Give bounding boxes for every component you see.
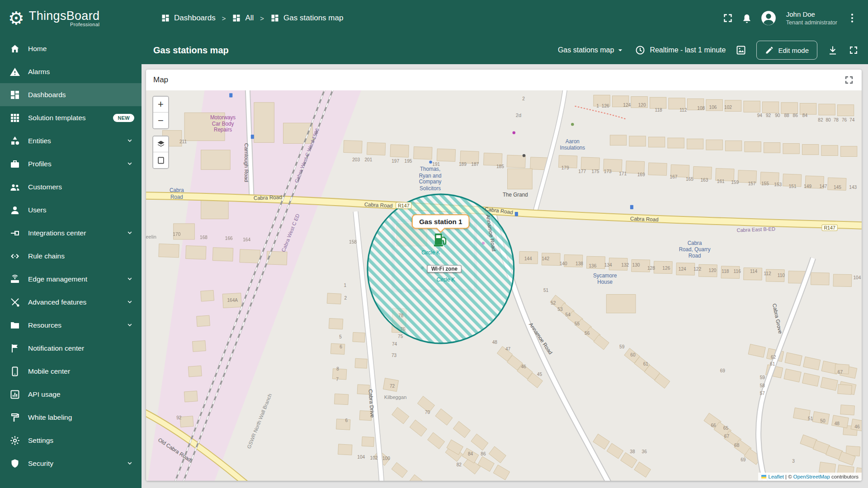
kebab-menu-icon[interactable] xyxy=(846,12,858,24)
sidebar-item-users[interactable]: Users xyxy=(0,198,142,221)
breadcrumb-item-gas-stations-map[interactable]: Gas stations map xyxy=(270,14,343,23)
leaflet-link[interactable]: Leaflet xyxy=(769,474,784,479)
sidebar-item-label: Integrations center xyxy=(28,229,86,237)
fuel-pump-icon xyxy=(433,231,448,247)
zoom-in-button[interactable]: + xyxy=(153,97,168,113)
breadcrumb-item-all[interactable]: All xyxy=(232,14,254,23)
sidebar-item-home[interactable]: Home xyxy=(0,37,142,60)
rule-chains-icon xyxy=(9,251,20,262)
thingsboard-app: ⚙ ThingsBoard Professional Dashboards > … xyxy=(0,0,868,488)
sidebar-item-alarms[interactable]: Alarms xyxy=(0,60,142,83)
fullscreen-icon[interactable] xyxy=(848,45,859,56)
sidebar-item-edge-management[interactable]: Edge management xyxy=(0,267,142,291)
warning-icon xyxy=(9,66,20,77)
shield-icon xyxy=(9,458,20,469)
download-icon[interactable] xyxy=(827,45,838,56)
sidebar-item-label: Dashboards xyxy=(28,91,66,99)
sidebar: Home Alarms Dashboards Solution template… xyxy=(0,36,142,488)
flag-icon xyxy=(9,343,20,354)
edit-mode-label: Edit mode xyxy=(778,47,809,54)
map-stage: Cabra RoadCabra RoadCabra RoadCabra Road… xyxy=(146,90,862,481)
dashboards-icon xyxy=(270,14,279,23)
sidebar-item-label: Customers xyxy=(28,183,62,191)
page-title: Gas stations map xyxy=(153,45,229,56)
map-widget-card: Map xyxy=(146,70,862,481)
layers-button[interactable] xyxy=(153,136,168,152)
breadcrumb-label: Dashboards xyxy=(174,14,216,23)
tools-icon xyxy=(9,297,20,308)
breadcrumb-label: Gas stations map xyxy=(283,14,343,23)
gear-icon xyxy=(9,435,20,446)
pencil-icon xyxy=(765,46,774,55)
chevron-down-icon xyxy=(125,275,134,284)
sidebar-item-label: Profiles xyxy=(28,160,52,168)
thingsboard-logo[interactable]: ⚙ ThingsBoard Professional xyxy=(8,9,140,27)
widget-title: Map xyxy=(153,75,168,84)
sidebar-item-settings[interactable]: Settings xyxy=(0,429,142,452)
sidebar-item-solution-templates[interactable]: Solution templates NEW xyxy=(0,106,142,129)
sidebar-item-dashboards[interactable]: Dashboards xyxy=(0,83,142,106)
sidebar-item-label: Notification center xyxy=(28,344,84,352)
zone-label-text: Wi-Fi zone xyxy=(431,266,458,272)
edit-mode-button[interactable]: Edit mode xyxy=(756,41,817,60)
folder-icon xyxy=(9,320,20,331)
breadcrumb-label: All xyxy=(245,14,254,23)
sidebar-item-customers[interactable]: Customers xyxy=(0,175,142,198)
gas-station-marker[interactable] xyxy=(433,231,448,249)
sidebar-item-label: White labeling xyxy=(28,413,72,422)
entities-icon xyxy=(9,136,20,146)
chart-icon xyxy=(9,389,20,400)
sidebar-item-resources[interactable]: Resources xyxy=(0,314,142,337)
fullscreen-icon[interactable] xyxy=(722,12,734,24)
layers-control xyxy=(152,136,169,169)
ukraine-flag-icon xyxy=(761,475,766,479)
dashboard-select-value: Gas stations map xyxy=(558,46,614,54)
sidebar-item-rule-chains[interactable]: Rule chains xyxy=(0,244,142,267)
breadcrumb-item-dashboards[interactable]: Dashboards xyxy=(161,14,216,23)
zone-label: Wi-Fi zone xyxy=(427,265,462,272)
dashboards-icon xyxy=(232,14,241,23)
user-name: John Doe xyxy=(786,10,837,19)
sidebar-item-advanced-features[interactable]: Advanced features xyxy=(0,291,142,314)
sidebar-item-label: Settings xyxy=(28,436,53,445)
notifications-bell-icon[interactable] xyxy=(741,12,753,24)
sidebar-item-label: Solution templates xyxy=(28,114,86,122)
sidebar-item-label: Mobile center xyxy=(28,367,70,375)
attribution-divider: | © xyxy=(785,474,792,479)
dashboard-state-select[interactable]: Gas stations map xyxy=(558,46,625,55)
sidebar-item-security[interactable]: Security xyxy=(0,452,142,475)
widget-fullscreen-icon[interactable] xyxy=(844,75,854,85)
user-role: Tenant administrator xyxy=(786,19,837,26)
shape-select-button[interactable] xyxy=(153,152,168,168)
smartphone-icon xyxy=(9,366,20,377)
chevron-down-icon xyxy=(125,229,134,238)
sidebar-item-label: Users xyxy=(28,206,46,214)
chevron-down-icon xyxy=(125,298,134,307)
attribution-suffix: contributors xyxy=(831,474,859,479)
router-icon xyxy=(9,274,20,285)
map-canvas[interactable]: Cabra RoadCabra RoadCabra RoadCabra Road… xyxy=(146,90,862,481)
timewindow-button[interactable]: Realtime - last 1 minute xyxy=(635,45,726,56)
openstreetmap-link[interactable]: OpenStreetMap xyxy=(793,474,830,479)
timewindow-label: Realtime - last 1 minute xyxy=(650,46,726,54)
sidebar-item-white-labeling[interactable]: White labeling xyxy=(0,406,142,429)
person-icon xyxy=(9,205,20,216)
sidebar-item-mobile-center[interactable]: Mobile center xyxy=(0,360,142,383)
sidebar-item-entities[interactable]: Entities xyxy=(0,129,142,152)
image-icon[interactable] xyxy=(736,45,746,56)
people-icon xyxy=(9,182,20,192)
sidebar-item-api-usage[interactable]: API usage xyxy=(0,383,142,406)
sidebar-item-notification-center[interactable]: Notification center xyxy=(0,337,142,360)
avatar[interactable] xyxy=(760,9,777,27)
sidebar-item-label: Edge management xyxy=(28,275,87,283)
sidebar-item-integrations-center[interactable]: Integrations center xyxy=(0,221,142,244)
breadcrumb-separator: > xyxy=(260,14,264,22)
sidebar-item-label: Resources xyxy=(28,321,61,329)
logo-title: ThingsBoard xyxy=(29,9,99,23)
dashboard-toolbar: Gas stations map Gas stations map Realti… xyxy=(142,36,868,64)
zoom-out-button[interactable]: − xyxy=(153,113,168,128)
integration-icon xyxy=(9,228,20,239)
grid-icon xyxy=(9,113,20,123)
sidebar-item-profiles[interactable]: Profiles xyxy=(0,152,142,175)
breadcrumb-separator: > xyxy=(222,14,226,22)
